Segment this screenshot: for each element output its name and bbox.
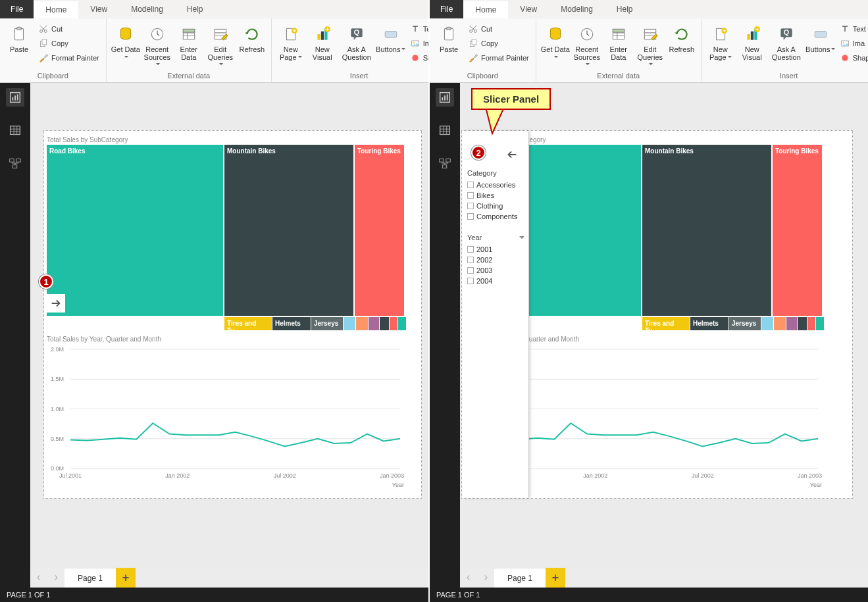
shapes-button[interactable]: Shap [407, 51, 430, 64]
treemap-cell[interactable] [356, 317, 368, 330]
treemap-cell[interactable]: Mountain Bikes [642, 145, 771, 316]
tab-file[interactable]: File [430, 0, 463, 18]
recent-sources-button[interactable]: Recent Sources [142, 21, 172, 69]
treemap-cell[interactable] [390, 317, 397, 330]
treemap-visual[interactable]: Total Sales by SubCategoryRoad BikesMoun… [44, 131, 421, 330]
get-data-button[interactable]: Get Data [540, 21, 571, 61]
svg-rect-29 [10, 159, 14, 163]
new-visual-button[interactable]: New Visual [307, 21, 338, 61]
tab-modeling[interactable]: Modeling [549, 0, 605, 18]
treemap-cell[interactable] [816, 317, 824, 330]
treemap-cell[interactable] [398, 317, 406, 330]
treemap-cell[interactable] [369, 317, 379, 330]
view-model[interactable] [6, 154, 24, 172]
slicer-item[interactable]: Accessories [467, 180, 524, 190]
refresh-button[interactable]: Refresh [237, 21, 267, 54]
image-button[interactable]: Ima [407, 37, 430, 50]
copy-button[interactable]: Copy [36, 37, 102, 50]
slicer-item[interactable]: 2003 [467, 265, 524, 276]
collapse-slicer-panel-button[interactable] [503, 145, 521, 164]
tab-home[interactable]: Home [34, 0, 78, 18]
cut-button[interactable]: Cut [36, 22, 102, 36]
view-report[interactable] [6, 88, 24, 107]
slicer-item[interactable]: Clothing [467, 201, 524, 211]
format-painter-button[interactable]: Format Painter [465, 51, 532, 64]
edit-queries-button[interactable]: Edit Queries [205, 21, 236, 69]
button-label: Paste [440, 46, 458, 54]
treemap-cell[interactable]: Jerseys [311, 317, 343, 330]
report-page[interactable]: Total Sales by SubCategoryRoad BikesMoun… [43, 130, 422, 499]
format-painter-button[interactable]: Format Painter [36, 51, 102, 64]
ask-question-button[interactable]: QAsk A Question [769, 21, 804, 61]
treemap-cell[interactable] [774, 317, 786, 330]
new-page-button[interactable]: New Page [705, 21, 736, 61]
image-icon [840, 38, 850, 49]
treemap-cell[interactable]: Touring Bikes [355, 145, 404, 316]
treemap-cell[interactable]: Tires and Tu... [224, 317, 272, 330]
add-page-button[interactable]: + [116, 568, 136, 588]
slicer-item[interactable]: 2001 [467, 244, 524, 255]
enter-data-button[interactable]: Enter Data [603, 21, 634, 61]
enter-data-button[interactable]: Enter Data [174, 21, 204, 61]
treemap-cell[interactable]: Mountain Bikes [224, 145, 353, 316]
slicer-item[interactable]: Components [467, 211, 524, 222]
page-next-button[interactable] [477, 568, 494, 588]
paste-button[interactable]: Paste [434, 21, 464, 54]
view-data[interactable] [6, 121, 24, 139]
slicer-panel[interactable]: CategoryAccessoriesBikesClothingComponen… [463, 131, 529, 498]
copy-button[interactable]: Copy [465, 37, 532, 50]
treemap-cell[interactable] [380, 317, 389, 330]
treemap-cell[interactable] [798, 317, 807, 330]
treemap-cell[interactable]: Road Bikes [47, 145, 223, 316]
page-tab-1[interactable]: Page 1 [64, 568, 116, 588]
tab-view[interactable]: View [78, 0, 119, 18]
add-page-button[interactable]: + [546, 568, 565, 588]
recent-sources-button[interactable]: Recent Sources [572, 21, 602, 69]
edit-queries-button[interactable]: Edit Queries [635, 21, 665, 69]
view-report[interactable] [436, 88, 454, 107]
refresh-button[interactable]: Refresh [667, 21, 697, 54]
page-next-button[interactable] [47, 568, 64, 588]
slicer-item[interactable]: 2002 [467, 255, 524, 265]
tab-help[interactable]: Help [605, 0, 645, 18]
treemap-cell[interactable] [807, 317, 815, 330]
buttons-button[interactable]: Buttons [805, 21, 836, 54]
tab-home[interactable]: Home [463, 0, 508, 18]
new-page-button[interactable]: New Page [276, 21, 306, 61]
buttons-button[interactable]: Buttons [376, 21, 406, 54]
slicer-item[interactable]: Bikes [467, 190, 524, 201]
treemap-cell[interactable] [344, 317, 355, 330]
report-page[interactable]: Total Sales by SubCategoryRoad BikesMoun… [461, 130, 853, 499]
line-chart-visual[interactable]: Total Sales by Year, Quarter and Month0.… [44, 330, 421, 488]
expand-slicer-panel-button[interactable] [47, 294, 65, 313]
tab-file[interactable]: File [0, 0, 34, 18]
tab-modeling[interactable]: Modeling [119, 0, 175, 18]
cut-button[interactable]: Cut [465, 22, 532, 36]
tab-view[interactable]: View [508, 0, 549, 18]
treemap-cell[interactable] [786, 317, 797, 330]
button-label: Copy [481, 39, 498, 47]
paste-button[interactable]: Paste [4, 21, 34, 54]
ask-question-button[interactable]: QAsk A Question [339, 21, 374, 61]
image-button[interactable]: Ima [837, 37, 868, 50]
treemap-cell[interactable]: Helmets [690, 317, 728, 330]
view-model[interactable] [436, 154, 454, 172]
slicer-item[interactable]: 2004 [467, 276, 524, 286]
treemap-cell[interactable]: Touring Bikes [773, 145, 822, 316]
tab-help[interactable]: Help [175, 0, 215, 18]
get-data-button[interactable]: Get Data [111, 21, 141, 61]
slicer-header-year[interactable]: Year [467, 234, 524, 241]
text-box-button[interactable]: Text [407, 22, 430, 36]
treemap-cell[interactable]: Helmets [272, 317, 311, 330]
treemap-cell[interactable]: Tires and Tu... [642, 317, 690, 330]
text-box-button[interactable]: Text [837, 22, 868, 36]
shapes-button[interactable]: Shap [837, 51, 868, 64]
treemap-cell[interactable]: Jerseys [729, 317, 761, 330]
treemap-cell[interactable] [761, 317, 773, 330]
new-visual-button[interactable]: New Visual [737, 21, 767, 61]
treemap-cell-label: Road Bikes [49, 147, 85, 155]
page-prev-button[interactable] [460, 568, 477, 588]
page-tab-1[interactable]: Page 1 [494, 568, 546, 588]
view-data[interactable] [436, 121, 454, 139]
page-prev-button[interactable] [30, 568, 47, 588]
